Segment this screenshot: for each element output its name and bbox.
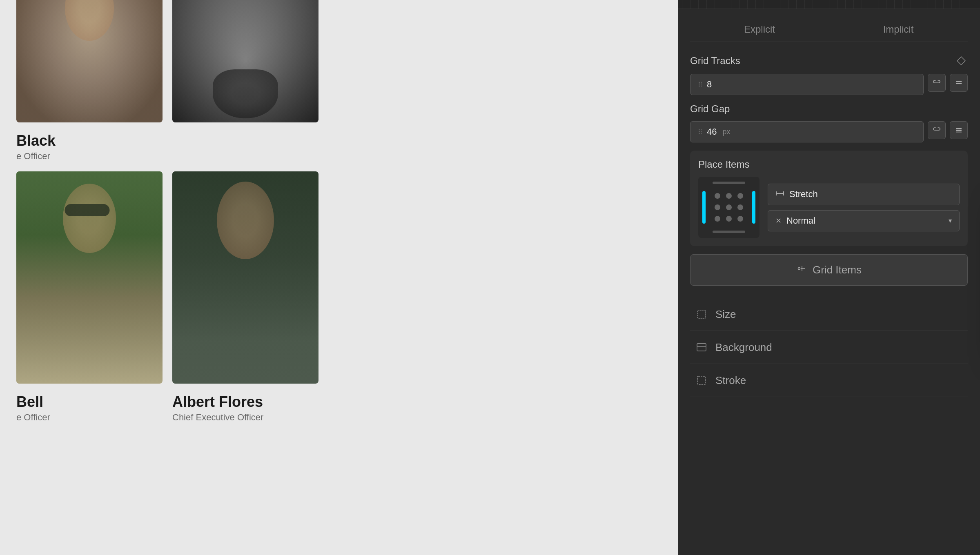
bottom-handle [713,231,745,233]
grid-tracks-input[interactable]: ⠿ 8 [690,74,924,95]
dot-tc [726,193,732,199]
normal-x-icon: ✕ [775,216,782,225]
svg-rect-3 [956,128,962,129]
person1-name: Black [16,132,163,149]
dot-bc [726,216,732,222]
grid-gap-value: 46 [707,127,717,137]
panel-content: Explicit Implicit Grid Tracks ⠿ 8 [678,9,980,555]
dot-tl [715,193,720,199]
svg-point-9 [798,268,800,270]
person1-info: Black e Officer [16,127,163,162]
card-person1: Black e Officer [16,0,163,162]
top-handle [713,182,745,184]
grid-items-icon [796,263,808,277]
grid-items-button[interactable]: Grid Items [690,254,968,286]
albert-name: Albert Flores [172,393,318,411]
right-handle[interactable] [752,191,755,224]
svg-rect-5 [956,132,962,133]
grid-gap-inputs: ⠿ 46 px [690,121,968,142]
card-albert: Albert Flores Chief Executive Officer [172,171,318,423]
person3-image [16,171,163,384]
background-section[interactable]: Background [690,331,968,364]
svg-rect-0 [956,81,962,82]
dot-tr [737,193,743,199]
grid-tracks-label: Grid Tracks [690,55,950,67]
left-handle[interactable] [702,191,706,224]
place-controls: Stretch ✕ Normal ▾ [768,184,960,231]
normal-dropdown[interactable]: ✕ Normal ▾ [768,210,960,231]
person1-image [16,0,163,122]
tab-implicit[interactable]: Implicit [829,17,968,42]
stroke-label: Stroke [715,374,746,387]
background-icon [694,340,709,355]
gap-grip-icon: ⠿ [698,128,703,136]
grid-gap-label: Grid Gap [690,103,968,115]
size-section[interactable]: Size [690,298,968,331]
stroke-section[interactable]: Stroke [690,364,968,397]
place-items-section: Place Items [690,151,968,246]
svg-rect-2 [956,85,962,85]
albert-image [172,171,318,384]
grid-tracks-row: Grid Tracks [690,54,968,67]
normal-label: Normal [786,215,815,226]
stretch-icon [775,189,784,200]
tab-explicit[interactable]: Explicit [690,17,829,42]
svg-rect-15 [697,376,706,384]
dot-br [737,216,743,222]
grid-tracks-value: 8 [707,79,712,90]
gap-layout-btn[interactable] [950,121,968,139]
card-dog [172,0,318,162]
dot-mc [726,204,732,210]
grid-dot-control[interactable] [698,177,760,238]
gap-link-btn[interactable] [928,121,946,139]
grid-gap-unit: px [722,128,730,136]
svg-rect-14 [697,344,706,346]
svg-rect-13 [697,344,706,351]
place-items-body: Stretch ✕ Normal ▾ [698,177,960,238]
grid-items-label: Grid Items [813,264,862,276]
normal-chevron: ▾ [949,217,952,224]
size-icon [694,307,709,322]
person3-info: Bell e Officer [16,388,163,423]
size-label: Size [715,308,736,321]
tabs-container: Explicit Implicit [690,17,968,42]
albert-title: Chief Executive Officer [172,412,318,423]
right-panel: Explicit Implicit Grid Tracks ⠿ 8 [678,0,980,555]
grip-icon: ⠿ [698,81,703,89]
ruler-bar [678,0,980,9]
person1-title: e Officer [16,151,163,162]
tracks-link-btn[interactable] [928,74,946,92]
card-person3: Bell e Officer [16,171,163,423]
background-label: Background [715,341,772,354]
stroke-icon [694,373,709,388]
tracks-layout-btn[interactable] [950,74,968,92]
person3-title: e Officer [16,412,163,423]
grid-tracks-inputs: ⠿ 8 [690,74,968,95]
svg-rect-12 [697,310,706,318]
dot-ml [715,204,720,210]
dot-bl [715,216,720,222]
grid-layout: Black e Officer Bell e Officer [0,0,343,423]
dog-image [172,0,318,122]
place-items-label: Place Items [698,159,960,170]
svg-rect-1 [956,83,962,84]
grid-gap-row: Grid Gap [690,103,968,115]
stretch-btn[interactable]: Stretch [768,184,960,205]
svg-rect-4 [956,130,962,131]
person3-name: Bell [16,393,163,411]
grid-gap-input[interactable]: ⠿ 46 px [690,121,924,142]
stretch-label: Stretch [789,189,818,200]
tag-icon [955,54,968,67]
albert-info: Albert Flores Chief Executive Officer [172,388,318,423]
dot-mr [737,204,743,210]
dot-grid [715,193,743,222]
canvas: Black e Officer Bell e Officer [0,0,678,555]
